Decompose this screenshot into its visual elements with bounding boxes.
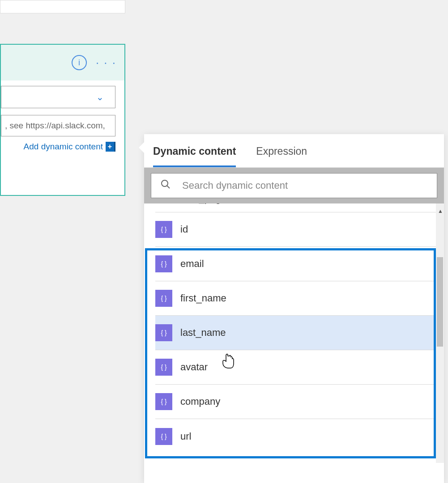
info-icon[interactable]: i xyxy=(72,55,87,70)
action-header: i · · · xyxy=(1,45,124,80)
variable-icon: { } xyxy=(155,324,172,341)
variable-icon: { } xyxy=(155,428,172,445)
plus-icon[interactable]: + xyxy=(106,142,115,152)
search-input[interactable]: Search dynamic content xyxy=(151,173,437,198)
list-item[interactable]: { } last_name xyxy=(155,316,437,350)
tab-dynamic-content[interactable]: Dynamic content xyxy=(153,145,236,167)
message-input[interactable]: , see https://api.slack.com, xyxy=(1,115,115,136)
scrollbar-thumb[interactable] xyxy=(437,257,443,347)
action-card: i · · · ⌄ , see https://api.slack.com, A… xyxy=(0,44,125,196)
item-label: id xyxy=(180,224,188,235)
item-label: email xyxy=(180,258,204,270)
item-label: company xyxy=(180,396,220,407)
tabs: Dynamic content Expression xyxy=(144,134,444,168)
action-body: ⌄ , see https://api.slack.com, Add dynam… xyxy=(1,80,124,157)
top-partial-card xyxy=(0,0,125,13)
item-label: total_pages xyxy=(180,203,231,204)
item-label: last_name xyxy=(180,327,226,339)
flyout-caret xyxy=(139,142,144,153)
variable-icon: { } xyxy=(155,221,172,238)
add-dynamic-content-link[interactable]: Add dynamic content xyxy=(24,142,103,152)
tab-expression[interactable]: Expression xyxy=(256,145,307,167)
dynamic-content-flyout: Dynamic content Expression Search dynami… xyxy=(144,134,444,483)
ellipsis-icon[interactable]: · · · xyxy=(96,60,116,65)
variable-icon: { } xyxy=(155,393,172,410)
list-item[interactable]: { } avatar xyxy=(155,350,437,385)
variable-icon: { } xyxy=(155,290,172,307)
items-container: ▲ { } total_pages { } id { } email { } f… xyxy=(144,203,444,463)
item-label: url xyxy=(180,431,191,442)
svg-point-0 xyxy=(162,180,168,186)
variable-icon: { } xyxy=(155,359,172,376)
add-dynamic-content-row: Add dynamic content + xyxy=(1,136,124,152)
item-label: avatar xyxy=(180,361,208,373)
scroll-content: { } total_pages { } id { } email { } fir… xyxy=(144,203,444,453)
variable-icon: { } xyxy=(155,255,172,272)
list-item[interactable]: { } company xyxy=(155,385,437,419)
list-item[interactable]: { } url xyxy=(155,419,437,453)
search-icon xyxy=(160,179,171,192)
input-placeholder-text: , see https://api.slack.com, xyxy=(5,121,105,131)
search-bar-container: Search dynamic content xyxy=(144,168,444,203)
item-label: first_name xyxy=(180,292,226,304)
search-placeholder: Search dynamic content xyxy=(182,180,288,191)
scrollbar-track[interactable]: ▲ xyxy=(436,203,444,463)
svg-line-1 xyxy=(167,186,170,188)
list-item[interactable]: { } id xyxy=(155,212,437,247)
list-item[interactable]: { } total_pages xyxy=(155,203,437,212)
chevron-down-icon: ⌄ xyxy=(96,92,104,102)
list-item[interactable]: { } email xyxy=(155,247,437,281)
dropdown-field[interactable]: ⌄ xyxy=(1,86,115,108)
scroll-arrow-up-icon[interactable]: ▲ xyxy=(438,208,443,214)
list-item[interactable]: { } first_name xyxy=(155,281,437,316)
